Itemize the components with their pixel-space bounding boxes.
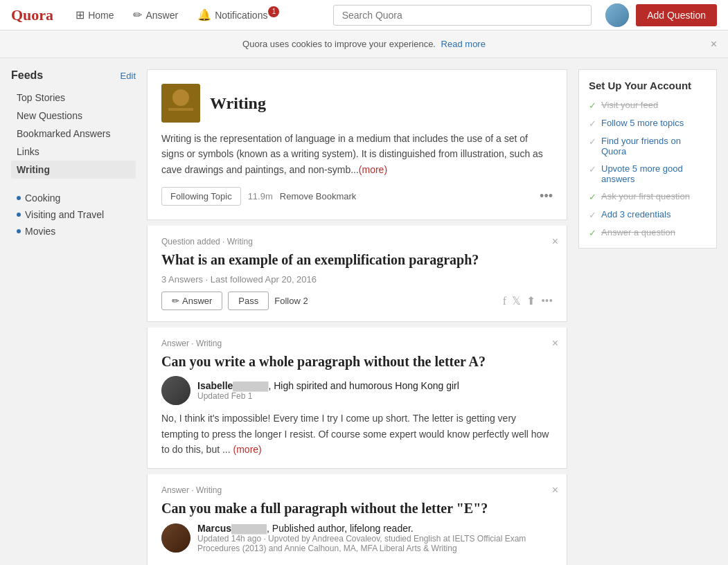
search-container xyxy=(333,5,592,26)
setup-check-2: ✓ xyxy=(589,136,596,147)
question-meta: Question added · Writing xyxy=(161,237,553,246)
answer2-close-button[interactable]: × xyxy=(552,484,558,496)
topic-more-dots[interactable]: ••• xyxy=(540,189,553,204)
answer1-meta: Answer · Writing xyxy=(161,339,553,348)
sidebar-item-top-stories[interactable]: Top Stories xyxy=(11,89,136,107)
sidebar-item-new-questions[interactable]: New Questions xyxy=(11,107,136,125)
cookie-close-button[interactable]: × xyxy=(711,38,717,51)
answer-card-1: Answer · Writing × Can you write a whole… xyxy=(147,328,567,469)
answer-card-2: Answer · Writing × Can you make a full p… xyxy=(147,474,567,565)
sidebar-nav-list: Top Stories New Questions Bookmarked Ans… xyxy=(11,89,136,179)
search-input[interactable] xyxy=(333,5,592,26)
read-more-link[interactable]: Read more xyxy=(441,39,486,49)
topic-dot-visiting xyxy=(17,213,21,217)
setup-link-5[interactable]: Add 3 credentials xyxy=(601,209,671,219)
sidebar-item-writing[interactable]: Writing xyxy=(11,161,136,179)
topic-title: Writing xyxy=(210,94,266,113)
setup-check-3: ✓ xyxy=(589,164,596,174)
setup-check-0: ✓ xyxy=(589,100,596,111)
follower-count: 11.9m xyxy=(248,191,273,201)
sidebar-topic-movies-label: Movies xyxy=(25,226,55,237)
topic-thumbnail xyxy=(161,84,200,123)
sidebar-topics-list: Cooking Visiting and Travel Movies xyxy=(11,190,136,240)
answer1-avatar xyxy=(161,376,190,405)
setup-item-2: ✓ Find your friends on Quora xyxy=(589,136,707,156)
cookie-message: Quora uses cookies to improve your exper… xyxy=(242,39,436,49)
question-card: Question added · Writing × What is an ex… xyxy=(147,226,567,322)
answer2-meta-block: Marcus██████, Published author, lifelong… xyxy=(197,523,553,553)
more-icon[interactable]: ••• xyxy=(541,295,553,307)
answer1-more-link[interactable]: (more) xyxy=(233,444,262,455)
pencil-small-icon: ✏ xyxy=(172,296,179,306)
setup-item-0: ✓ Visit your feed xyxy=(589,100,707,111)
follow-button[interactable]: Follow 2 xyxy=(274,296,308,306)
answer1-date: Updated Feb 1 xyxy=(197,391,553,401)
nav-home-label: Home xyxy=(88,10,114,21)
answer2-date: Updated 14h ago · Upvoted by Andreea Cov… xyxy=(197,534,553,553)
setup-link-1[interactable]: Follow 5 more topics xyxy=(601,118,684,128)
topic-more-link[interactable]: (more) xyxy=(359,164,387,175)
following-topic-button[interactable]: Following Topic xyxy=(161,187,241,206)
setup-link-0[interactable]: Visit your feed xyxy=(601,100,658,110)
question-stats: 3 Answers · Last followed Apr 20, 2016 xyxy=(161,274,553,285)
topic-description: Writing is the representation of languag… xyxy=(161,131,553,177)
share-icon[interactable]: ⬆ xyxy=(526,294,535,307)
answer2-author-row: Marcus██████, Published author, lifelong… xyxy=(161,523,553,553)
nav-home[interactable]: ⊞ Home xyxy=(67,0,122,30)
setup-item-4: ✓ Ask your first question xyxy=(589,191,707,202)
feed: Writing Writing is the representation of… xyxy=(147,69,567,565)
setup-link-3[interactable]: Upvote 5 more good answers xyxy=(601,163,707,184)
facebook-icon[interactable]: f xyxy=(503,295,506,307)
setup-item-6: ✓ Answer a question xyxy=(589,227,707,238)
answer1-avatar-image xyxy=(161,376,190,405)
sidebar-topic-cooking-label: Cooking xyxy=(25,192,60,204)
sidebar-title: Feeds xyxy=(11,69,43,82)
nav-notifications-label: Notifications xyxy=(215,10,267,21)
avatar[interactable] xyxy=(605,3,629,27)
nav-answer[interactable]: ✏ Answer xyxy=(125,0,186,30)
setup-check-1: ✓ xyxy=(589,118,596,129)
sidebar-topic-visiting[interactable]: Visiting and Travel xyxy=(11,206,136,223)
sidebar-topic-movies[interactable]: Movies xyxy=(11,223,136,240)
setup-card: Set Up Your Account ✓ Visit your feed ✓ … xyxy=(578,69,717,249)
sidebar-topic-cooking[interactable]: Cooking xyxy=(11,190,136,206)
answer2-question-title: Can you make a full paragraph without th… xyxy=(161,499,553,517)
setup-link-4[interactable]: Ask your first question xyxy=(601,191,690,201)
topic-dot-movies xyxy=(17,229,21,233)
navbar: Quora ⊞ Home ✏ Answer 🔔 Notifications 1 … xyxy=(0,0,728,30)
sidebar-edit-link[interactable]: Edit xyxy=(121,71,136,81)
question-title: What is an example of an exemplification… xyxy=(161,251,553,269)
sidebar-header: Feeds Edit xyxy=(11,69,136,82)
answer1-close-button[interactable]: × xyxy=(552,337,558,350)
bell-icon: 🔔 xyxy=(197,8,211,21)
add-question-button[interactable]: Add Question xyxy=(636,4,717,26)
sidebar-topic-visiting-label: Visiting and Travel xyxy=(25,209,104,220)
sidebar-item-bookmarked-answers[interactable]: Bookmarked Answers xyxy=(11,125,136,143)
nav-links: ⊞ Home ✏ Answer 🔔 Notifications 1 xyxy=(67,0,326,30)
author2-redacted: ██████ xyxy=(231,524,267,534)
sidebar-item-links[interactable]: Links xyxy=(11,143,136,161)
answer-button[interactable]: ✏ Answer xyxy=(161,292,222,310)
main-layout: Feeds Edit Top Stories New Questions Boo… xyxy=(0,58,728,565)
topic-header: Writing xyxy=(161,84,553,123)
twitter-icon[interactable]: 𝕏 xyxy=(512,294,521,307)
remove-bookmark-button[interactable]: Remove Bookmark xyxy=(280,191,357,201)
notification-badge: 1 xyxy=(268,6,279,17)
home-icon: ⊞ xyxy=(76,8,85,21)
topic-actions: Following Topic 11.9m Remove Bookmark ••… xyxy=(161,187,553,206)
answer1-text: No, I think it's impossible! Every time … xyxy=(161,411,553,457)
setup-title: Set Up Your Account xyxy=(589,80,707,91)
setup-check-4: ✓ xyxy=(589,192,596,202)
answer1-author-row: Isabelle██████, High spirited and humoro… xyxy=(161,376,553,405)
pass-button[interactable]: Pass xyxy=(228,292,269,310)
answer2-meta: Answer · Writing xyxy=(161,485,553,495)
sidebar: Feeds Edit Top Stories New Questions Boo… xyxy=(11,69,136,565)
author1-redacted: ██████ xyxy=(233,382,268,391)
quora-logo[interactable]: Quora xyxy=(11,6,53,24)
setup-link-2[interactable]: Find your friends on Quora xyxy=(601,136,707,156)
setup-link-6[interactable]: Answer a question xyxy=(601,227,675,237)
question-close-button[interactable]: × xyxy=(552,235,558,248)
nav-notifications[interactable]: 🔔 Notifications 1 xyxy=(189,0,287,30)
question-buttons: ✏ Answer Pass Follow 2 f 𝕏 ⬆ ••• xyxy=(161,292,553,310)
answer1-question-title: Can you write a whole paragraph without … xyxy=(161,352,553,370)
